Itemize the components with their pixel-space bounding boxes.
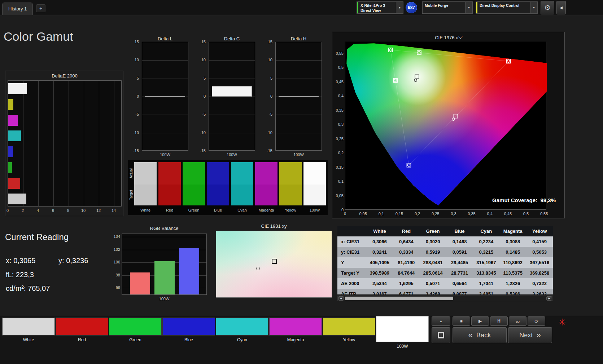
chevron-down-icon[interactable]: ▼ <box>465 2 472 13</box>
x-tick-label: 0,55 <box>537 211 551 216</box>
cell: 315,1967 <box>473 257 499 268</box>
meter-dropdown[interactable]: X-Rite i1Pro 3 Direct View ▼ <box>357 1 403 14</box>
scroll-right-icon[interactable]: ▶ <box>546 296 552 301</box>
back-button[interactable]: « Back <box>453 327 507 343</box>
y-tick-label: 5 <box>258 76 272 81</box>
column-header-row-label <box>337 226 366 236</box>
cell: 28,7731 <box>446 268 473 278</box>
x-tick-label: 0,4 <box>482 211 497 216</box>
gamut-coverage-label: Gamut Coverage: <box>492 197 537 203</box>
cie1976-plot <box>345 42 546 210</box>
row-label-actual: Actual <box>128 162 134 185</box>
chart-title: RGB Balance <box>122 226 207 231</box>
patch-button-yellow[interactable]: Yellow <box>323 316 375 352</box>
swatch-target-blue <box>207 185 229 205</box>
patch-button-green[interactable]: Green <box>109 316 162 352</box>
pattern-delay-badge[interactable]: 687 <box>406 2 417 13</box>
pattern-source-text: Mobile Forge <box>425 3 463 8</box>
patch-button-white[interactable]: White <box>2 316 55 352</box>
cell: 0,3020 <box>420 236 446 247</box>
patch-label: Magenta <box>269 337 322 342</box>
current-reading-title: Current Reading <box>5 232 69 242</box>
y-tick-label: 104 <box>106 234 120 239</box>
pattern-window-button[interactable] <box>432 327 450 343</box>
patch-button-100w[interactable]: 100W <box>376 316 429 352</box>
play-icon[interactable]: ▶ <box>471 316 489 326</box>
pattern-source-dropdown[interactable]: Mobile Forge ▼ <box>422 1 473 14</box>
y-tick-label: -15 <box>258 148 272 153</box>
chevron-down-icon[interactable]: ▼ <box>396 2 403 13</box>
next-chevron-icon: » <box>536 330 541 340</box>
history-tab[interactable]: History 1 <box>2 3 33 15</box>
hold-icon[interactable]: H <box>490 316 508 326</box>
cell: 113,5375 <box>499 268 526 278</box>
refresh-icon[interactable]: ⟳ <box>528 316 545 326</box>
bar-red <box>8 178 20 189</box>
patch-swatch <box>376 316 429 342</box>
add-tab-button[interactable]: + <box>36 4 45 12</box>
patch-button-blue[interactable]: Blue <box>162 316 215 352</box>
patch-button-cyan[interactable]: Cyan <box>216 316 268 352</box>
bar-100w <box>8 194 26 204</box>
cell: 6,4771 <box>393 289 420 294</box>
bar-blue <box>179 248 199 294</box>
swatch-target-green <box>183 185 205 205</box>
x-tick-label: 0,45 <box>501 211 515 216</box>
reading-x: x: 0,3065 <box>6 257 35 265</box>
gamut-coverage-value: 98,3% <box>540 197 556 203</box>
calman-screen: History 1 + X-Rite i1Pro 3 Direct View ▼… <box>0 0 603 364</box>
next-button[interactable]: Next » <box>508 327 552 343</box>
cell: 0,1468 <box>446 236 473 247</box>
expand-up-icon[interactable]: ▲ <box>432 316 450 326</box>
swatch-label: 100W <box>303 208 327 213</box>
chevron-down-icon[interactable]: ▼ <box>530 2 537 13</box>
y-tick-label: 5 <box>191 76 206 81</box>
y-tick-label: 0 <box>124 94 139 99</box>
cell: 0,5919 <box>420 247 446 257</box>
column-header-magenta: Magenta <box>499 226 526 236</box>
cie1931-panel <box>216 231 332 298</box>
cell: 367,5516 <box>526 257 553 268</box>
delta_h-chart: Delta H151050-5-10-15100W <box>257 35 342 158</box>
x-tick-label: 8 <box>63 208 74 213</box>
cell: 313,8345 <box>473 268 499 278</box>
stop-icon[interactable]: ■ <box>453 316 470 326</box>
cell: 0,7322 <box>526 278 553 289</box>
y-tick-label: -5 <box>191 112 206 117</box>
scroll-left-icon[interactable]: ◀ <box>338 296 344 301</box>
table-row: y: CIE310,32410,33340,59190,05910,32150,… <box>337 247 553 257</box>
pattern-source-label: Mobile Forge <box>423 2 465 13</box>
cell: 0,5306 <box>499 289 526 294</box>
patch-button-red[interactable]: Red <box>56 316 108 352</box>
x-tick-label: 0,35 <box>464 211 479 216</box>
display-control-dropdown[interactable]: Direct Display Control ▼ <box>476 1 538 14</box>
chart-title: DeltaE 2000 <box>5 73 124 79</box>
cell: 0,6434 <box>393 236 420 247</box>
x-axis-label: 100W <box>275 152 322 157</box>
gridline <box>114 81 114 206</box>
table-row: Target Y398,598984,7644285,061428,773131… <box>337 268 553 278</box>
y-tick-label: 0 <box>258 94 272 99</box>
swatch-label: Cyan <box>230 208 254 213</box>
cell: 398,5989 <box>366 268 393 278</box>
swatch-target-magenta <box>255 185 278 205</box>
cell: 0,3334 <box>393 247 420 257</box>
cell: 0,3066 <box>366 236 393 247</box>
reading-cd-value: 765,07 <box>28 284 50 292</box>
column-header-blue: Blue <box>446 226 473 236</box>
gear-icon[interactable]: ⚙ <box>541 1 554 14</box>
bar-green <box>8 162 12 173</box>
collapse-panel-icon[interactable]: ◀ <box>556 1 566 14</box>
gridline <box>142 79 188 79</box>
meter-line2: Direct View <box>361 8 394 13</box>
gridline <box>209 79 255 79</box>
loop-icon[interactable]: ∞ <box>509 316 526 326</box>
swatch-label: Magenta <box>254 208 278 213</box>
patch-button-magenta[interactable]: Magenta <box>269 316 322 352</box>
scrollbar-thumb[interactable] <box>345 297 453 300</box>
back-chevron-icon: « <box>468 330 473 340</box>
asterisk-icon[interactable]: ✳ <box>555 316 569 329</box>
table-row: ΔE ITP3,01676,47713,42688,80772,48510,53… <box>337 289 553 294</box>
y-tick-label: -10 <box>124 130 139 135</box>
back-label: Back <box>476 332 491 339</box>
